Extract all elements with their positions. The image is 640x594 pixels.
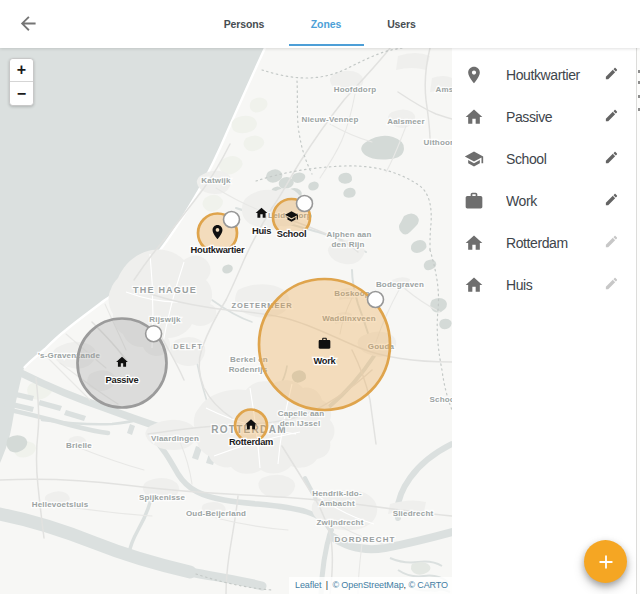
edit-icon xyxy=(604,150,619,165)
back-button[interactable] xyxy=(16,12,40,36)
zone-list-item-work[interactable]: Work xyxy=(452,180,636,222)
map-label-thehague: THE HAGUE xyxy=(133,285,197,295)
zoom-out-button[interactable]: − xyxy=(10,82,33,105)
map-label-hellevoetsluis: Hellevoetsluis xyxy=(32,500,89,509)
attribution-separator: | xyxy=(324,580,330,590)
map-label-vlaardingen: Vlaardingen xyxy=(151,434,199,443)
tab-users[interactable]: Users xyxy=(364,0,439,48)
screen: HoofddorpAmstelveenNieuw-VennepAalsmeerU… xyxy=(0,0,640,594)
map-label-katwijk: Katwijk xyxy=(201,176,231,185)
place-icon xyxy=(462,63,486,87)
map-label-aalsmeer: Aalsmeer xyxy=(387,117,425,126)
attribution-comma: , xyxy=(404,580,406,590)
add-zone-fab[interactable] xyxy=(584,540,627,583)
map[interactable]: HoofddorpAmstelveenNieuw-VennepAalsmeerU… xyxy=(0,48,452,594)
leaflet-link[interactable]: Leaflet xyxy=(295,580,321,590)
school-icon xyxy=(462,147,486,171)
map-zone-label: Passive xyxy=(106,375,139,385)
map-zone-passive[interactable]: Passive xyxy=(78,319,167,408)
edit-zone-button[interactable] xyxy=(599,105,623,129)
edit-icon xyxy=(604,234,619,249)
zone-list-item-huis[interactable]: Huis xyxy=(452,264,636,306)
zone-label: Rotterdam xyxy=(506,235,599,251)
edit-icon xyxy=(604,108,619,123)
zone-resize-handle[interactable] xyxy=(297,196,313,212)
map-label-zwijndrecht: Zwijndrecht xyxy=(316,518,363,527)
map-zone-work[interactable]: Work xyxy=(259,279,390,410)
map-label-uithoorn: Uithoorn xyxy=(424,138,452,147)
osm-link[interactable]: © OpenStreetMap xyxy=(332,580,403,590)
active-tab-indicator xyxy=(289,44,364,47)
edit-zone-button[interactable] xyxy=(599,273,623,297)
map-label-oudbeijerland: Oud-Beijerland xyxy=(186,509,246,518)
zone-resize-handle[interactable] xyxy=(224,212,240,228)
map-zone-label: Houtkwartier xyxy=(191,245,245,255)
zone-label: Work xyxy=(506,193,599,209)
arrow-back-icon xyxy=(16,12,40,36)
map-label-amstelveen: Amstelveen xyxy=(436,85,452,94)
tab-zones[interactable]: Zones xyxy=(288,0,364,48)
map-label-rijswijk: Rijswijk xyxy=(149,315,181,324)
map-label-hoofddorp: Hoofddorp xyxy=(334,85,377,94)
edit-zone-button[interactable] xyxy=(599,63,623,87)
map-label-sliedrecht: Sliedrecht xyxy=(393,509,434,518)
zone-list-item-rotterdam[interactable]: Rotterdam xyxy=(452,222,636,264)
home-icon xyxy=(462,105,486,129)
zoom-in-button[interactable]: + xyxy=(10,59,33,82)
zone-list-item-houtkwartier[interactable]: Houtkwartier xyxy=(452,54,636,96)
edit-icon xyxy=(604,192,619,207)
map-label-spijkenisse: Spijkenisse xyxy=(139,493,186,502)
zone-list: HoutkwartierPassiveSchoolWorkRotterdamHu… xyxy=(452,48,636,594)
map-label-schoonhoven: Schoonhoven xyxy=(429,395,452,404)
home-icon xyxy=(462,273,486,297)
edit-zone-button[interactable] xyxy=(599,189,623,213)
right-edge-strip xyxy=(636,48,640,594)
edit-icon xyxy=(604,66,619,81)
map-attribution: Leaflet | © OpenStreetMap, © CARTO xyxy=(289,577,452,594)
home-icon xyxy=(462,231,486,255)
map-label-dordrecht: DORDRECHT xyxy=(334,535,395,544)
zone-resize-handle[interactable] xyxy=(368,292,384,308)
map-label-bodegraven: Bodegraven xyxy=(376,280,424,289)
map-label-delft: DELFT xyxy=(173,342,203,351)
map-label-ambacht: Ambacht xyxy=(319,499,355,508)
carto-link[interactable]: © CARTO xyxy=(408,580,448,590)
map-zone-label: Rotterdam xyxy=(229,437,273,447)
map-zone-label: Work xyxy=(313,356,336,366)
edit-zone-button[interactable] xyxy=(599,147,623,171)
plus-icon xyxy=(594,550,618,574)
edit-zone-button[interactable] xyxy=(599,231,623,255)
zone-label: School xyxy=(506,151,599,167)
map-canvas: HoofddorpAmstelveenNieuw-VennepAalsmeerU… xyxy=(0,48,452,594)
map-label-hendrikido: Hendrik-Ido- xyxy=(312,489,362,498)
map-zone-label: School xyxy=(277,229,307,239)
map-zone-label: Huis xyxy=(252,226,271,236)
map-label-denrijn: den Rijn xyxy=(331,240,364,249)
zone-label: Houtkwartier xyxy=(506,67,599,83)
zone-label: Huis xyxy=(506,277,599,293)
edit-icon xyxy=(604,276,619,291)
tab-persons[interactable]: Persons xyxy=(206,0,282,48)
map-label-alphenaan: Alphen aan xyxy=(326,230,371,239)
map-zoom-control: + − xyxy=(9,58,34,106)
work-icon xyxy=(462,189,486,213)
app-bar: Persons Zones Users xyxy=(0,0,640,48)
zone-label: Passive xyxy=(506,109,599,125)
zone-list-item-passive[interactable]: Passive xyxy=(452,96,636,138)
map-label-nieuwvennep: Nieuw-Vennep xyxy=(301,115,358,124)
zone-list-item-school[interactable]: School xyxy=(452,138,636,180)
zone-resize-handle[interactable] xyxy=(146,326,162,342)
map-label-denijssel: den IJssel xyxy=(280,419,321,428)
map-label-brielle: Brielle xyxy=(66,441,92,450)
